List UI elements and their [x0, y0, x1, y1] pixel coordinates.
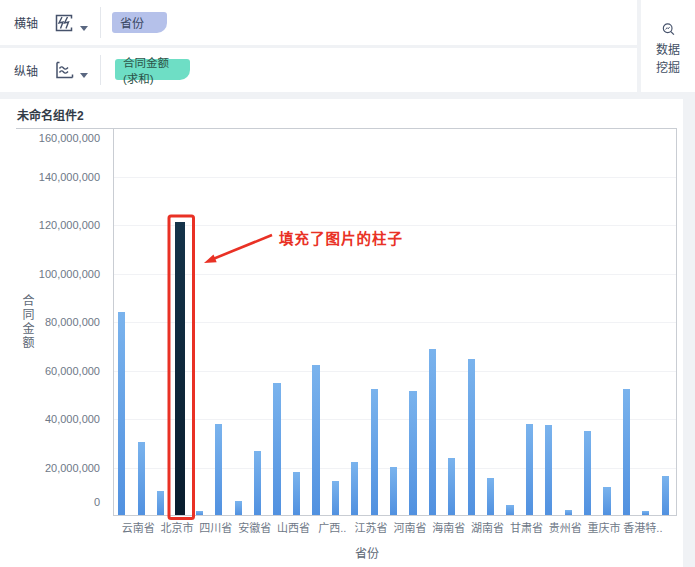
bar[interactable]	[196, 511, 203, 515]
x-axis-row-label: 横轴	[14, 0, 38, 45]
bar[interactable]	[157, 491, 164, 515]
gridline	[114, 225, 676, 226]
data-mining-button[interactable]: 数据 挖掘	[641, 0, 695, 92]
gridline	[114, 177, 676, 178]
component-title: 未命名组件2	[17, 106, 84, 123]
y-axis-tick-label: 120,000,000	[28, 218, 100, 232]
y-axis-tick-label: 140,000,000	[28, 170, 100, 184]
data-mining-search-icon	[661, 22, 676, 37]
y-axis-tick-label: 160,000,000	[28, 131, 100, 145]
bar[interactable]	[254, 451, 261, 515]
bar[interactable]	[409, 391, 416, 515]
bar[interactable]	[390, 467, 397, 515]
y-axis-row-label: 纵轴	[14, 48, 38, 92]
gridline	[114, 419, 676, 420]
gridline	[114, 371, 676, 372]
highlighted-bar-beijing[interactable]	[175, 222, 186, 515]
field-pill-contract-amount[interactable]: 合同金额(求和)	[115, 59, 190, 80]
x-axis-config-row: 横轴 省份	[0, 0, 637, 45]
chevron-down-icon	[80, 26, 88, 31]
data-mining-label-line2: 挖掘	[641, 59, 695, 77]
gridline	[114, 274, 676, 275]
y-axis-type-dropdown-button[interactable]	[53, 59, 88, 81]
bar[interactable]	[138, 442, 145, 515]
bar[interactable]	[603, 487, 610, 515]
bar[interactable]	[662, 476, 669, 515]
bar[interactable]	[642, 511, 649, 515]
bar[interactable]	[332, 481, 339, 515]
y-axis-config-row: 纵轴 合同金额(求和)	[0, 48, 637, 92]
bar[interactable]	[584, 431, 591, 515]
bar[interactable]	[545, 425, 552, 515]
data-mining-label-line1: 数据	[641, 41, 695, 59]
bar[interactable]	[487, 478, 494, 515]
bar[interactable]	[623, 389, 630, 515]
y-axis-tick-label: 100,000,000	[28, 267, 100, 281]
bar[interactable]	[118, 312, 125, 515]
bar[interactable]	[506, 505, 513, 515]
divider	[100, 7, 101, 38]
chevron-down-icon	[80, 73, 88, 78]
y-axis-tick-label: 80,000,000	[28, 315, 100, 329]
bar[interactable]	[448, 458, 455, 515]
x-axis-title: 省份	[339, 544, 395, 561]
bar[interactable]	[235, 501, 242, 516]
bar[interactable]	[215, 424, 222, 515]
bar[interactable]	[565, 510, 572, 515]
measure-axis-icon	[53, 59, 75, 81]
plot-area	[113, 128, 677, 516]
field-pill-label: 省份	[120, 14, 144, 31]
field-pill-province[interactable]: 省份	[112, 12, 167, 33]
gridline	[114, 322, 676, 323]
y-axis-tick-label: 60,000,000	[28, 364, 100, 378]
bar[interactable]	[351, 462, 358, 515]
dimension-axis-icon	[53, 12, 75, 34]
bar[interactable]	[273, 383, 280, 515]
bar[interactable]	[468, 359, 475, 515]
bi-chart-editor: 横轴 省份 纵轴 合同金额(求和)	[0, 0, 695, 567]
x-axis-type-dropdown-button[interactable]	[53, 12, 88, 34]
bar[interactable]	[371, 389, 378, 515]
y-axis-tick-label: 40,000,000	[28, 412, 100, 426]
y-axis-tick-label: 20,000,000	[28, 461, 100, 475]
field-pill-label: 合同金额(求和)	[123, 54, 182, 86]
bar[interactable]	[312, 365, 319, 515]
bar[interactable]	[293, 472, 300, 516]
bar[interactable]	[429, 349, 436, 515]
divider	[100, 55, 101, 85]
x-axis-tick-label: 香港特..	[615, 521, 671, 535]
bar[interactable]	[526, 424, 533, 515]
y-axis-tick-label: 0	[28, 495, 100, 509]
